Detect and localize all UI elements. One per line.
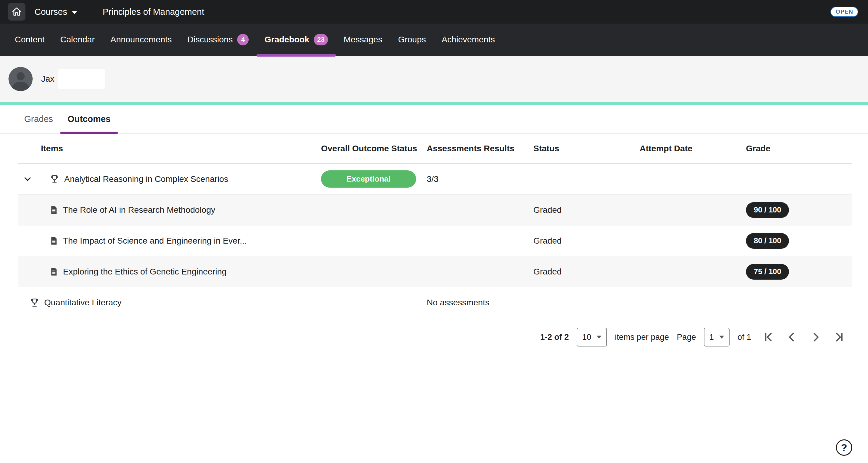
student-first-name: Jax xyxy=(41,74,55,84)
assessments-results-value: 3/3 xyxy=(427,174,533,184)
table-header-row: Items Overall Outcome Status Assessments… xyxy=(18,134,852,164)
nav-item-groups[interactable]: Groups xyxy=(390,24,434,56)
assessment-row: The Role of AI in Research Methodology G… xyxy=(18,195,852,226)
nav-label: Gradebook xyxy=(265,35,309,44)
assessment-title: Exploring the Ethics of Genetic Engineer… xyxy=(63,267,226,276)
tab-outcomes[interactable]: Outcomes xyxy=(60,105,118,133)
page-number-select[interactable]: 1 xyxy=(704,328,730,346)
home-button[interactable] xyxy=(8,3,26,21)
nav-item-messages[interactable]: Messages xyxy=(336,24,391,56)
page-label: Page xyxy=(677,333,696,342)
avatar xyxy=(8,67,33,91)
document-icon xyxy=(50,236,58,245)
grade-pill: 80 / 100 xyxy=(746,233,789,249)
course-title: Principles of Management xyxy=(103,7,204,17)
nav-label: Messages xyxy=(344,35,382,44)
home-icon xyxy=(11,7,22,17)
grade-pill: 75 / 100 xyxy=(746,264,789,279)
student-header: Jax xyxy=(0,56,868,102)
outcomes-table: Items Overall Outcome Status Assessments… xyxy=(18,134,852,318)
pagination-range: 1-2 of 2 xyxy=(540,333,569,342)
rows-per-page-value: 10 xyxy=(582,333,591,342)
document-icon xyxy=(50,267,58,276)
nav-label: Content xyxy=(15,35,44,44)
top-bar: Courses Principles of Management OPEN xyxy=(0,0,868,24)
nav-item-announcements[interactable]: Announcements xyxy=(103,24,180,56)
nav-item-discussions[interactable]: Discussions 4 xyxy=(180,24,256,56)
pagination-controls xyxy=(762,330,846,344)
assessment-row: Exploring the Ethics of Genetic Engineer… xyxy=(18,256,852,287)
assessment-title: The Impact of Science and Engineering in… xyxy=(63,236,247,246)
nav-label: Groups xyxy=(398,35,426,44)
nav-item-achievements[interactable]: Achievements xyxy=(434,24,503,56)
nav-label: Calendar xyxy=(60,35,95,44)
course-open-badge: OPEN xyxy=(831,7,858,17)
assessment-row: The Impact of Science and Engineering in… xyxy=(18,226,852,256)
outcome-trophy-icon xyxy=(50,174,60,184)
nav-item-calendar[interactable]: Calendar xyxy=(52,24,103,56)
chevron-right-icon xyxy=(809,331,822,343)
page-number-value: 1 xyxy=(709,333,714,342)
last-page-button[interactable] xyxy=(832,330,846,344)
help-button[interactable]: ? xyxy=(836,439,852,456)
redacted-last-name xyxy=(58,69,105,89)
col-header-attempt-date: Attempt Date xyxy=(640,144,746,154)
col-header-assessments-results: Assessments Results xyxy=(427,144,533,154)
last-page-icon xyxy=(833,331,845,343)
assessment-title: The Role of AI in Research Methodology xyxy=(63,205,215,215)
first-page-button[interactable] xyxy=(762,330,775,344)
col-header-grade: Grade xyxy=(746,144,852,154)
gradebook-tabs: Grades Outcomes xyxy=(0,105,868,134)
page-count-label: of 1 xyxy=(738,333,751,342)
tab-grades[interactable]: Grades xyxy=(17,105,60,133)
outcome-row: Quantitative Literacy No assessments xyxy=(18,287,852,318)
pagination-bar: 1-2 of 2 10 items per page Page 1 of 1 xyxy=(0,318,868,356)
first-page-icon xyxy=(762,331,775,343)
next-page-button[interactable] xyxy=(809,330,823,344)
chevron-down-icon xyxy=(719,336,724,339)
discussions-count-badge: 4 xyxy=(237,34,249,45)
outcome-title: Quantitative Literacy xyxy=(44,298,121,307)
question-mark-icon: ? xyxy=(841,442,847,454)
nav-item-content[interactable]: Content xyxy=(7,24,52,56)
chevron-down-icon xyxy=(597,336,601,339)
outcome-row: Analytical Reasoning in Complex Scenario… xyxy=(18,164,852,195)
chevron-down-icon xyxy=(72,11,77,14)
outcome-title: Analytical Reasoning in Complex Scenario… xyxy=(64,174,228,184)
rows-per-page-select[interactable]: 10 xyxy=(577,328,607,346)
nav-item-gradebook[interactable]: Gradebook 23 xyxy=(256,24,336,56)
course-navbar: Content Calendar Announcements Discussio… xyxy=(0,24,868,56)
assessment-status: Graded xyxy=(533,267,640,276)
assessment-status: Graded xyxy=(533,205,640,215)
chevron-left-icon xyxy=(786,331,798,343)
col-header-overall-outcome-status: Overall Outcome Status xyxy=(321,144,427,154)
assessments-results-value: No assessments xyxy=(427,298,533,307)
grade-pill: 90 / 100 xyxy=(746,202,789,218)
nav-label: Announcements xyxy=(111,35,172,44)
nav-label: Achievements xyxy=(441,35,495,44)
courses-dropdown[interactable]: Courses xyxy=(34,7,77,17)
document-icon xyxy=(50,205,58,214)
items-per-page-label: items per page xyxy=(615,333,669,342)
assessment-status: Graded xyxy=(533,236,640,246)
previous-page-button[interactable] xyxy=(785,330,799,344)
courses-label: Courses xyxy=(34,7,67,17)
gradebook-count-badge: 23 xyxy=(314,34,328,45)
accent-divider xyxy=(0,102,868,105)
col-header-status: Status xyxy=(533,144,640,154)
outcome-trophy-icon xyxy=(29,297,40,308)
overall-outcome-status-pill: Exceptional xyxy=(321,170,416,188)
collapse-outcome-chevron-icon[interactable] xyxy=(21,172,34,186)
nav-label: Discussions xyxy=(187,35,232,44)
col-header-items: Items xyxy=(18,144,321,154)
